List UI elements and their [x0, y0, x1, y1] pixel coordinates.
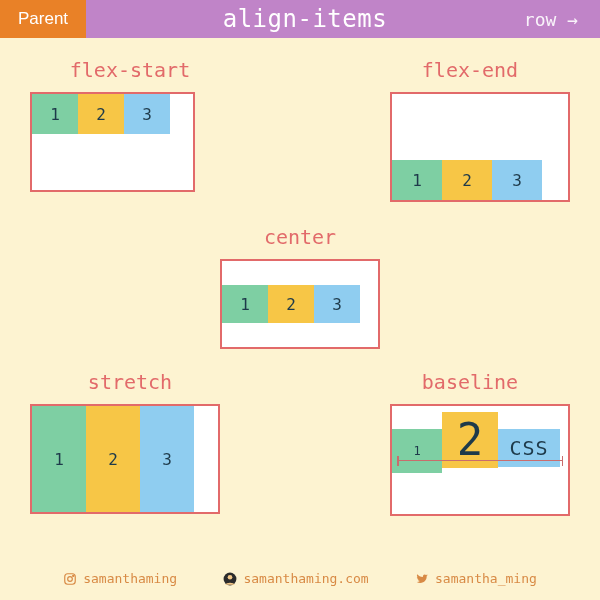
flex-item: 2: [268, 285, 314, 323]
instagram-icon: [63, 572, 77, 586]
demo-label: center: [220, 225, 380, 249]
social-handle: samanthaming: [83, 571, 177, 586]
demo-label: baseline: [370, 370, 570, 394]
svg-point-1: [68, 576, 73, 581]
header: Parent align-items row →: [0, 0, 600, 38]
parent-badge: Parent: [0, 0, 86, 38]
flex-item: 3: [492, 160, 542, 200]
social-website: samanthaming.com: [223, 571, 368, 586]
page-title: align-items: [86, 5, 524, 33]
demo-stretch: stretch 1 2 3: [30, 370, 230, 514]
twitter-icon: [415, 572, 429, 586]
demo-baseline: baseline 1 2 CSS: [370, 370, 570, 516]
flex-container: 1 2 3: [30, 92, 195, 192]
social-handle: samantha_ming: [435, 571, 537, 586]
flex-item: CSS: [498, 429, 560, 467]
svg-point-2: [73, 575, 74, 576]
direction-label: row →: [524, 9, 578, 30]
footer: samanthaming samanthaming.com samantha_m…: [0, 571, 600, 586]
flex-container: 1 2 3: [390, 92, 570, 202]
demo-center: center 1 2 3: [220, 225, 380, 349]
flex-item: 2: [442, 160, 492, 200]
demo-label: flex-start: [30, 58, 230, 82]
flex-item: 1: [32, 94, 78, 134]
flex-item: 3: [314, 285, 360, 323]
flex-item: 3: [124, 94, 170, 134]
flex-item: 1: [32, 406, 86, 512]
flex-item: 2: [78, 94, 124, 134]
flex-item: 1: [392, 160, 442, 200]
demo-flex-start: flex-start 1 2 3: [30, 58, 230, 192]
flex-item: 1: [392, 429, 442, 473]
demo-label: flex-end: [370, 58, 570, 82]
flex-container: 1 2 CSS: [390, 404, 570, 516]
social-instagram: samanthaming: [63, 571, 177, 586]
flex-container: 1 2 3: [220, 259, 380, 349]
flex-item: 3: [140, 406, 194, 512]
baseline-rule: [397, 460, 563, 461]
demo-label: stretch: [30, 370, 230, 394]
flex-item: 2: [86, 406, 140, 512]
header-bar: align-items row →: [86, 0, 600, 38]
svg-point-4: [228, 574, 233, 579]
avatar-icon: [223, 572, 237, 586]
flex-container: 1 2 3: [30, 404, 220, 514]
social-handle: samanthaming.com: [243, 571, 368, 586]
flex-item: 1: [222, 285, 268, 323]
demo-flex-end: flex-end 1 2 3: [370, 58, 570, 202]
social-twitter: samantha_ming: [415, 571, 537, 586]
